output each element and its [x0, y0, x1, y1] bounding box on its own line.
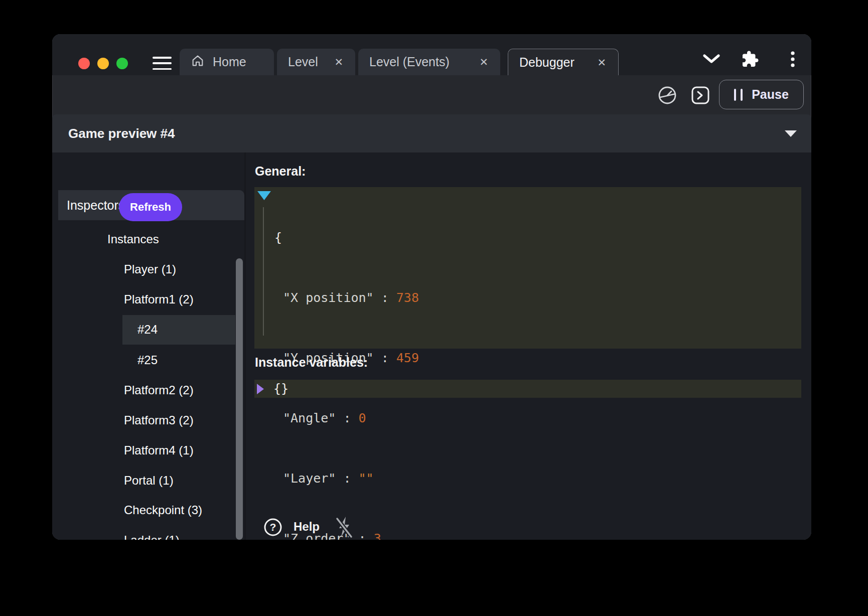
help-button[interactable]: ? Help: [263, 517, 383, 537]
traffic-light-minimize-button[interactable]: [97, 58, 109, 69]
tab-level-events[interactable]: Level (Events) ✕: [358, 49, 500, 75]
pause-button[interactable]: Pause: [719, 80, 804, 109]
tab-bar: Home Level ✕ Level (Events) ✕ Debugger ✕: [52, 34, 811, 75]
debugger-window: Home Level ✕ Level (Events) ✕ Debugger ✕: [52, 34, 811, 540]
game-preview-title: Game preview #4: [68, 114, 175, 152]
json-row-angle[interactable]: "Angle" : 0: [254, 408, 801, 428]
traffic-light-zoom-button[interactable]: [116, 58, 128, 69]
tab-level-close-icon[interactable]: ✕: [333, 56, 344, 68]
tree-item-24[interactable]: #24: [137, 318, 158, 342]
inspectors-header-label: Inspectors: [67, 190, 124, 220]
tab-level-events-label: Level (Events): [369, 55, 450, 69]
tree-item-platform3[interactable]: Platform3 (2): [124, 408, 194, 432]
refresh-button[interactable]: Refresh: [119, 193, 182, 221]
expand-triangle-icon[interactable]: [257, 384, 264, 396]
help-button-label: Help: [294, 520, 320, 534]
tab-debugger-close-icon[interactable]: ✕: [596, 56, 607, 69]
dropdown-caret-icon[interactable]: [785, 130, 797, 137]
sidebar-scrollbar[interactable]: [236, 258, 243, 540]
traffic-light-close-button[interactable]: [78, 58, 90, 69]
json-value: 459: [396, 351, 419, 365]
tree-item-checkpoint[interactable]: Checkpoint (3): [124, 498, 202, 522]
tree-item-25[interactable]: #25: [137, 348, 158, 372]
tab-home[interactable]: Home: [180, 49, 274, 75]
json-value: 738: [396, 290, 419, 305]
tab-level-events-close-icon[interactable]: ✕: [478, 56, 489, 68]
tab-debugger-label: Debugger: [519, 55, 574, 70]
instance-variables-section-label: Instance variables:: [255, 355, 368, 370]
json-row-layer[interactable]: "Layer" : "": [254, 469, 801, 489]
menu-icon[interactable]: [153, 57, 172, 70]
pause-button-label: Pause: [752, 87, 789, 102]
json-open-brace: {: [274, 230, 282, 245]
pause-icon: [734, 89, 743, 101]
game-preview-selector[interactable]: Game preview #4: [52, 114, 811, 152]
sidebar-divider: [244, 152, 246, 540]
profiler-gauge-icon[interactable]: [656, 84, 678, 108]
svg-text:?: ?: [270, 521, 276, 533]
tree-item-platform2[interactable]: Platform2 (2): [124, 378, 194, 402]
general-json-panel: { "X position" : 738 "Y position" : 459 …: [254, 187, 801, 349]
tab-level-label: Level: [288, 55, 318, 69]
tree-item-player[interactable]: Player (1): [124, 257, 176, 281]
extensions-puzzle-icon[interactable]: [741, 50, 759, 70]
tab-home-label: Home: [213, 55, 246, 69]
tree-item-ladder[interactable]: Ladder (1): [124, 528, 180, 540]
flash-off-icon[interactable]: [333, 515, 356, 540]
instance-variables-value: {}: [273, 380, 288, 398]
console-icon[interactable]: [690, 85, 710, 107]
tree-item-platform1[interactable]: Platform1 (2): [124, 287, 194, 312]
json-value: 0: [359, 411, 366, 425]
json-row-x-position[interactable]: "X position" : 738: [254, 288, 801, 308]
general-section-label: General:: [255, 164, 306, 179]
tree-item-instances[interactable]: Instances: [107, 227, 159, 251]
chevron-down-icon[interactable]: [702, 54, 720, 66]
tree-item-portal[interactable]: Portal (1): [124, 469, 174, 493]
more-options-icon[interactable]: [790, 51, 795, 71]
instance-variables-panel: {}: [254, 380, 801, 398]
json-value: "": [359, 471, 374, 486]
home-icon: [191, 54, 205, 71]
tab-level[interactable]: Level ✕: [277, 49, 355, 75]
debugger-content: Inspectors Refresh Instances Player (1) …: [52, 152, 811, 540]
tab-debugger[interactable]: Debugger ✕: [508, 49, 619, 75]
tree-item-platform4[interactable]: Platform4 (1): [124, 438, 194, 463]
help-question-icon: ?: [263, 517, 283, 539]
